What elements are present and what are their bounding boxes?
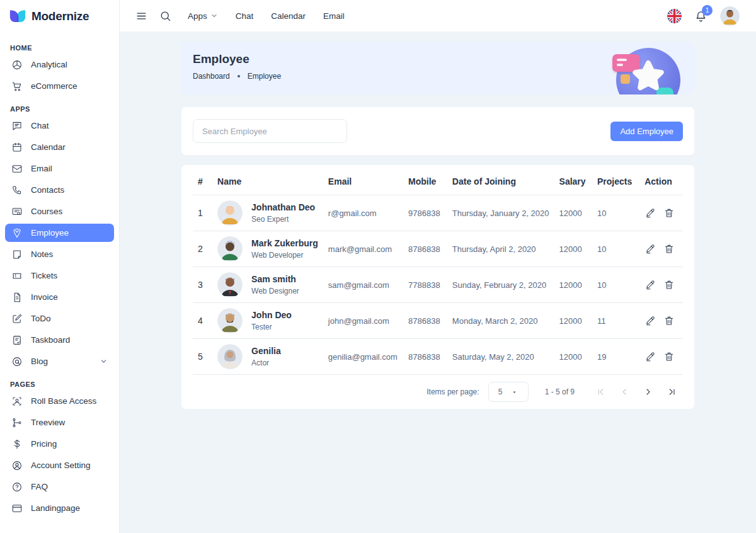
employee-avatar (217, 308, 243, 333)
sidebar-item-roll-base-access[interactable]: Roll Base Access (5, 392, 114, 410)
row-index: 4 (193, 303, 212, 339)
first-page-button[interactable] (591, 382, 610, 401)
employee-avatar (217, 272, 243, 297)
pagination-range: 1 - 5 of 9 (545, 387, 575, 396)
sidebar-item-label: Employee (31, 228, 69, 238)
main-area: Apps Chat Calendar Email (120, 0, 756, 533)
edit-button[interactable] (644, 207, 656, 219)
sidebar-item-employee[interactable]: Employee (5, 224, 114, 242)
edit-button[interactable] (644, 351, 656, 362)
previous-page-icon (619, 387, 629, 397)
notifications-button[interactable]: 1 (694, 9, 707, 23)
sidebar-item-landingpage[interactable]: Landingpage (5, 499, 114, 517)
previous-page-button[interactable] (615, 382, 634, 401)
sidebar-item-courses[interactable]: Courses (5, 202, 114, 221)
employee-mobile: 8786838 (403, 339, 447, 375)
browser-window-icon (11, 503, 23, 514)
col-projects: Projects (592, 166, 639, 195)
last-page-button[interactable] (663, 382, 682, 401)
table-row: 1 Johnathan Deo Seo Expert r@g (193, 195, 683, 231)
employee-date: Thursday, April 2, 2020 (447, 231, 554, 267)
trash-icon (663, 279, 675, 290)
illustration-star (630, 59, 667, 95)
trash-icon (663, 315, 675, 326)
sidebar-item-blog[interactable]: Blog (5, 352, 114, 370)
employee-salary: 12000 (554, 195, 592, 231)
language-flag-button[interactable] (667, 9, 682, 23)
sidebar-item-faq[interactable]: FAQ (5, 478, 114, 496)
add-employee-button[interactable]: Add Employee (610, 122, 683, 141)
menu-toggle-button[interactable] (131, 6, 151, 26)
employee-email: genilia@gmail.com (323, 339, 403, 375)
edit-button[interactable] (644, 279, 656, 290)
employee-avatar (217, 236, 243, 261)
sidebar-item-contacts[interactable]: Contacts (5, 181, 114, 199)
sidebar-item-tickets[interactable]: Tickets (5, 266, 114, 285)
employee-table-card: # Name Email Mobile Date of Joining Sala… (181, 165, 694, 409)
edit-button[interactable] (644, 315, 656, 326)
nav-calendar[interactable]: Calendar (271, 11, 306, 21)
sidebar-item-chat[interactable]: Chat (5, 117, 114, 135)
brand-name: Modernize (32, 9, 89, 23)
sidebar-item-email[interactable]: Email (5, 159, 114, 178)
breadcrumb-dashboard-link[interactable]: Dashboard (193, 72, 230, 81)
user-avatar[interactable] (720, 6, 740, 26)
col-email: Email (323, 166, 403, 195)
user-avatar-image (720, 6, 740, 26)
employee-toolbar-card: Add Employee (181, 107, 694, 155)
first-page-icon (595, 387, 605, 397)
delete-button[interactable] (663, 315, 675, 326)
sidebar-item-treeview[interactable]: Treeview (5, 413, 114, 432)
employee-email: mark@gmail.com (323, 231, 403, 267)
hamburger-icon (135, 10, 147, 22)
nav-chat[interactable]: Chat (236, 11, 254, 21)
file-invoice-icon (11, 292, 23, 303)
delete-button[interactable] (663, 207, 675, 219)
sidebar-item-ecommerce[interactable]: eCommerce (5, 77, 114, 95)
edit-button[interactable] (644, 243, 656, 255)
employee-table: # Name Email Mobile Date of Joining Sala… (193, 166, 683, 375)
sidebar-item-label: Courses (31, 207, 62, 216)
sidebar-item-label: Calendar (31, 142, 66, 152)
edit-square-icon (11, 313, 23, 324)
employee-salary: 12000 (554, 267, 592, 303)
employee-role: Actor (251, 358, 281, 367)
table-row: 2 Mark Zukerburg Web Developer (193, 231, 683, 267)
employee-projects: 10 (592, 231, 639, 267)
sidebar-item-pricing[interactable]: Pricing (5, 435, 114, 453)
sidebar: Modernize HOME Analytical eCommerce APPS… (0, 0, 120, 533)
illustration-square-shape (621, 74, 630, 84)
sidebar-item-calendar[interactable]: Calendar (5, 138, 114, 156)
nav-apps[interactable]: Apps (188, 11, 218, 21)
delete-button[interactable] (663, 351, 675, 362)
sidebar-item-label: Pricing (31, 439, 57, 449)
search-employee-input[interactable] (193, 119, 347, 143)
sidebar-item-notes[interactable]: Notes (5, 245, 114, 263)
delete-button[interactable] (663, 243, 675, 255)
calendar-icon (11, 142, 23, 153)
row-index: 3 (193, 267, 212, 303)
phone-icon (11, 185, 23, 196)
sidebar-item-label: Chat (31, 121, 49, 130)
delete-button[interactable] (663, 279, 675, 290)
notification-badge: 1 (702, 5, 713, 16)
items-per-page-label: Items per page: (427, 387, 479, 396)
sidebar-item-label: Notes (31, 249, 53, 259)
page-title: Employee (193, 52, 683, 66)
employee-mobile: 8786838 (403, 303, 447, 339)
mail-icon (11, 163, 23, 175)
sidebar-item-taskboard[interactable]: Taskboard (5, 331, 114, 349)
nav-email[interactable]: Email (323, 11, 345, 21)
trash-icon (663, 351, 675, 362)
next-page-button[interactable] (639, 382, 658, 401)
sidebar-item-todo[interactable]: ToDo (5, 309, 114, 328)
page-size-select[interactable]: 5 (488, 382, 529, 402)
search-button[interactable] (155, 6, 175, 26)
employee-avatar (217, 344, 243, 369)
employee-email: john@gmail.com (323, 303, 403, 339)
sidebar-item-account-setting[interactable]: Account Setting (5, 456, 114, 474)
sidebar-item-analytical[interactable]: Analytical (5, 55, 114, 74)
brand-logo[interactable]: Modernize (5, 0, 114, 33)
sidebar-item-invoice[interactable]: Invoice (5, 288, 114, 306)
trash-icon (663, 243, 675, 255)
